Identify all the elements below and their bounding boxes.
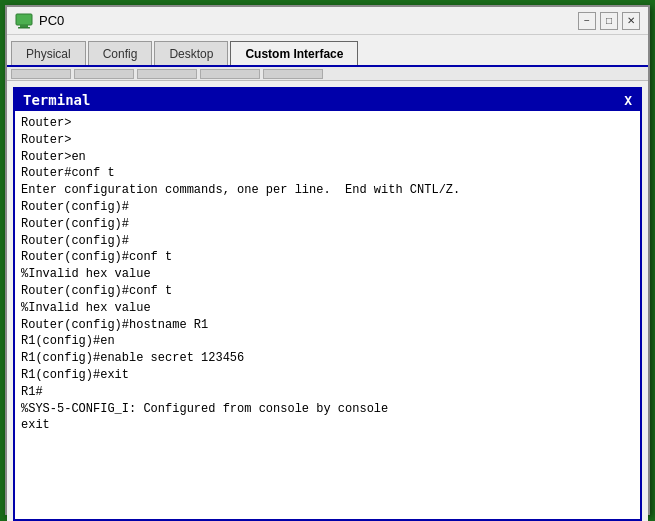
terminal-line: Router(config)# xyxy=(21,233,634,250)
terminal-line: Router> xyxy=(21,115,634,132)
main-window: PC0 − □ ✕ Physical Config Desktop Custom… xyxy=(5,5,650,515)
terminal-line: Router(config)# xyxy=(21,199,634,216)
terminal-close-button[interactable]: X xyxy=(624,93,632,108)
tab-custom-interface[interactable]: Custom Interface xyxy=(230,41,358,65)
pc-icon xyxy=(15,12,33,30)
network-rect-3 xyxy=(137,69,197,79)
window-title: PC0 xyxy=(39,13,578,28)
terminal-line: Router(config)#hostname R1 xyxy=(21,317,634,334)
terminal-line: %Invalid hex value xyxy=(21,300,634,317)
terminal-line: R1(config)#enable secret 123456 xyxy=(21,350,634,367)
svg-rect-1 xyxy=(20,25,28,27)
close-button[interactable]: ✕ xyxy=(622,12,640,30)
window-controls: − □ ✕ xyxy=(578,12,640,30)
network-rect-4 xyxy=(200,69,260,79)
terminal-line: %Invalid hex value xyxy=(21,266,634,283)
terminal-line: Router(config)#conf t xyxy=(21,283,634,300)
terminal-line xyxy=(21,466,634,482)
terminal-line: Router>en xyxy=(21,149,634,166)
terminal-line: Router(config)# xyxy=(21,216,634,233)
terminal-wrapper: Terminal X Router>Router>Router>enRouter… xyxy=(13,87,642,521)
svg-rect-0 xyxy=(16,14,32,25)
terminal-line: Enter configuration commands, one per li… xyxy=(21,182,634,199)
terminal-line xyxy=(21,514,634,519)
terminal-line xyxy=(21,450,634,466)
tab-config[interactable]: Config xyxy=(88,41,153,65)
terminal-line xyxy=(21,498,634,514)
minimize-button[interactable]: − xyxy=(578,12,596,30)
terminal-body[interactable]: Router>Router>Router>enRouter#conf tEnte… xyxy=(15,111,640,519)
terminal-line xyxy=(21,482,634,498)
terminal-line: R1# xyxy=(21,384,634,401)
terminal-line: Router(config)#conf t xyxy=(21,249,634,266)
network-panel xyxy=(7,67,648,81)
network-rect-2 xyxy=(74,69,134,79)
maximize-button[interactable]: □ xyxy=(600,12,618,30)
terminal-line xyxy=(21,434,634,450)
svg-rect-2 xyxy=(18,27,30,29)
terminal-header: Terminal X xyxy=(15,89,640,111)
network-rect-5 xyxy=(263,69,323,79)
network-rect-1 xyxy=(11,69,71,79)
content-area: Terminal X Router>Router>Router>enRouter… xyxy=(7,81,648,521)
terminal-line: exit xyxy=(21,417,634,434)
tab-physical[interactable]: Physical xyxy=(11,41,86,65)
terminal-line: Router#conf t xyxy=(21,165,634,182)
terminal-line: R1(config)#en xyxy=(21,333,634,350)
terminal-line: %SYS-5-CONFIG_I: Configured from console… xyxy=(21,401,634,418)
tab-bar: Physical Config Desktop Custom Interface xyxy=(7,35,648,67)
terminal-title: Terminal xyxy=(23,92,90,108)
terminal-line: R1(config)#exit xyxy=(21,367,634,384)
terminal-line: Router> xyxy=(21,132,634,149)
title-bar: PC0 − □ ✕ xyxy=(7,7,648,35)
tab-desktop[interactable]: Desktop xyxy=(154,41,228,65)
